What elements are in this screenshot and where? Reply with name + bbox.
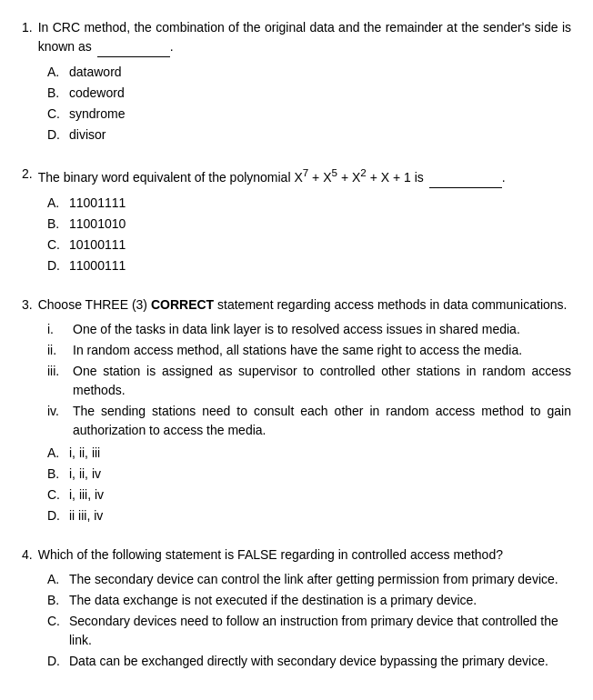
option-label: C.	[47, 485, 64, 505]
list-item: B. codeword	[47, 84, 571, 103]
option-text: i, ii, iii	[69, 444, 100, 463]
list-item: A. The secondary device can control the …	[47, 570, 571, 589]
option-label: C.	[47, 235, 64, 255]
option-text: Data can be exchanged directly with seco…	[69, 652, 548, 671]
question-4-body: Which of the following statement is FALS…	[38, 545, 571, 565]
question-1: 1. In CRC method, the combination of the…	[22, 18, 571, 145]
list-item: A. 11001111	[47, 194, 571, 213]
list-item: iii. One station is assigned as supervis…	[47, 362, 571, 400]
option-label: B.	[47, 84, 64, 103]
blank-1	[97, 37, 170, 57]
blank-2	[429, 168, 502, 188]
list-item: A. i, ii, iii	[47, 444, 571, 463]
option-text: divisor	[69, 125, 106, 145]
question-2-options: A. 11001111 B. 11001010 C. 10100111 D. 1…	[47, 194, 571, 275]
question-3: 3. Choose THREE (3) CORRECT statement re…	[22, 295, 571, 525]
option-text: ii iii, iv	[69, 506, 103, 525]
list-item: B. 11001010	[47, 215, 571, 234]
option-label: D.	[47, 652, 64, 671]
roman-label-i: i.	[47, 320, 65, 339]
list-item: A. dataword	[47, 63, 571, 82]
option-label: B.	[47, 215, 64, 234]
option-label: A.	[47, 444, 64, 463]
question-1-number: 1.	[22, 18, 33, 57]
option-text: The secondary device can control the lin…	[69, 570, 558, 589]
question-3-text: 3. Choose THREE (3) CORRECT statement re…	[22, 295, 571, 315]
roman-label-iv: iv.	[47, 402, 65, 440]
list-item: D. Data can be exchanged directly with s…	[47, 652, 571, 671]
option-label: D.	[47, 506, 64, 525]
list-item: D. ii iii, iv	[47, 506, 571, 525]
question-2-number: 2.	[22, 165, 33, 188]
question-1-text: 1. In CRC method, the combination of the…	[22, 18, 571, 57]
option-text: syndrome	[69, 105, 125, 124]
correct-label: CORRECT	[151, 297, 214, 312]
list-item: D. 11000111	[47, 256, 571, 275]
list-item: C. i, iii, iv	[47, 485, 571, 505]
option-label: D.	[47, 256, 64, 275]
question-4: 4. Which of the following statement is F…	[22, 545, 571, 671]
roman-text-i: One of the tasks in data link layer is t…	[73, 320, 571, 339]
option-label: B.	[47, 591, 64, 610]
list-item: D. divisor	[47, 125, 571, 145]
option-text: i, iii, iv	[69, 485, 104, 505]
option-text: 11001010	[69, 215, 126, 234]
option-label: C.	[47, 612, 64, 650]
list-item: B. i, ii, iv	[47, 465, 571, 484]
option-label: C.	[47, 105, 64, 124]
list-item: C. syndrome	[47, 105, 571, 124]
question-2-text: 2. The binary word equivalent of the pol…	[22, 165, 571, 188]
roman-label-ii: ii.	[47, 341, 65, 360]
option-text: 10100111	[69, 235, 126, 255]
list-item: ii. In random access method, all station…	[47, 341, 571, 360]
question-3-body: Choose THREE (3) CORRECT statement regar…	[38, 295, 571, 315]
option-label: A.	[47, 63, 64, 82]
question-4-options: A. The secondary device can control the …	[47, 570, 571, 671]
question-4-text: 4. Which of the following statement is F…	[22, 545, 571, 565]
list-item: iv. The sending stations need to consult…	[47, 402, 571, 440]
list-item: C. Secondary devices need to follow an i…	[47, 612, 571, 650]
option-text: codeword	[69, 84, 125, 103]
option-text: i, ii, iv	[69, 465, 101, 484]
option-text: 11001111	[69, 194, 126, 213]
question-3-number: 3.	[22, 295, 33, 315]
question-4-number: 4.	[22, 545, 33, 565]
list-item: C. 10100111	[47, 235, 571, 255]
roman-text-ii: In random access method, all stations ha…	[73, 341, 571, 360]
option-text: dataword	[69, 63, 122, 82]
question-1-options: A. dataword B. codeword C. syndrome D. d…	[47, 63, 571, 145]
roman-text-iii: One station is assigned as supervisor to…	[73, 362, 571, 400]
option-text: 11000111	[69, 256, 126, 275]
option-text: Secondary devices need to follow an inst…	[69, 612, 571, 650]
question-2: 2. The binary word equivalent of the pol…	[22, 165, 571, 275]
option-label: B.	[47, 465, 64, 484]
option-text: The data exchange is not executed if the…	[69, 591, 477, 610]
question-1-body: In CRC method, the combination of the or…	[38, 18, 571, 57]
roman-text-iv: The sending stations need to consult eac…	[73, 402, 571, 440]
roman-label-iii: iii.	[47, 362, 65, 400]
option-label: A.	[47, 194, 64, 213]
question-3-roman-list: i. One of the tasks in data link layer i…	[47, 320, 571, 440]
list-item: B. The data exchange is not executed if …	[47, 591, 571, 610]
list-item: i. One of the tasks in data link layer i…	[47, 320, 571, 339]
question-2-body: The binary word equivalent of the polyno…	[38, 165, 571, 188]
question-3-options: A. i, ii, iii B. i, ii, iv C. i, iii, iv…	[47, 444, 571, 525]
option-label: A.	[47, 570, 64, 589]
option-label: D.	[47, 125, 64, 145]
